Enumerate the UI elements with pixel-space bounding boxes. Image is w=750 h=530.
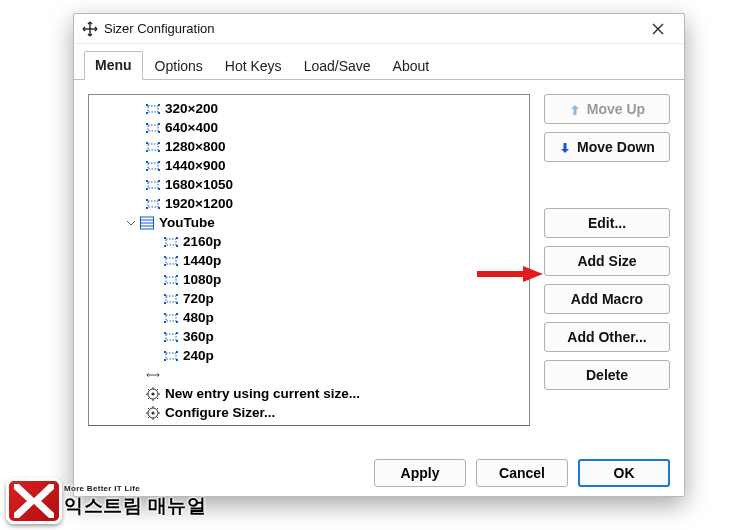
svg-rect-56 — [176, 313, 178, 315]
tree-item-label: 1440p — [183, 253, 221, 268]
delete-button[interactable]: Delete — [544, 360, 670, 390]
apply-button[interactable]: Apply — [374, 459, 466, 487]
tree-item[interactable]: 1440×900 — [89, 156, 529, 175]
button-label: Add Size — [577, 253, 636, 269]
svg-rect-46 — [176, 275, 178, 277]
svg-rect-67 — [164, 359, 166, 361]
edit-button[interactable]: Edit... — [544, 208, 670, 238]
size-icon — [145, 177, 161, 193]
separator-icon — [145, 367, 161, 383]
watermark: More Better IT Life 익스트림 매뉴얼 — [6, 478, 206, 524]
add-macro-button[interactable]: Add Macro — [544, 284, 670, 314]
svg-rect-29 — [158, 207, 160, 209]
tree-item-label: 320×200 — [165, 101, 218, 116]
svg-rect-55 — [164, 313, 166, 315]
svg-rect-16 — [146, 161, 148, 163]
svg-rect-15 — [148, 163, 158, 169]
button-label: Edit... — [588, 215, 626, 231]
svg-rect-18 — [146, 169, 148, 171]
svg-rect-24 — [158, 188, 160, 190]
tree-item[interactable]: 240p — [89, 346, 529, 365]
svg-rect-23 — [146, 188, 148, 190]
svg-rect-22 — [158, 180, 160, 182]
add-size-button[interactable]: Add Size — [544, 246, 670, 276]
gear-icon — [145, 386, 161, 402]
tab-hotkeys[interactable]: Hot Keys — [215, 53, 292, 80]
tree-item[interactable]: 360p — [89, 327, 529, 346]
svg-rect-1 — [146, 104, 148, 106]
button-label: Delete — [586, 367, 628, 383]
config-window: Sizer Configuration Menu Options Hot Key… — [73, 13, 685, 497]
tree-item-new-entry[interactable]: New entry using current size... — [89, 384, 529, 403]
tree-item[interactable]: 1920×1200 — [89, 194, 529, 213]
svg-rect-40 — [164, 256, 166, 258]
svg-point-71 — [151, 392, 154, 395]
tree-folder[interactable]: YouTube — [89, 213, 529, 232]
tree-item[interactable]: 720p — [89, 289, 529, 308]
tree-item-label: 1280×800 — [165, 139, 225, 154]
move-down-button[interactable]: Move Down — [544, 132, 670, 162]
tab-options[interactable]: Options — [145, 53, 213, 80]
cancel-button[interactable]: Cancel — [476, 459, 568, 487]
svg-rect-38 — [176, 245, 178, 247]
svg-rect-3 — [146, 112, 148, 114]
tree-item[interactable]: 1080p — [89, 270, 529, 289]
tab-menu[interactable]: Menu — [84, 51, 143, 80]
tree-item-label: New entry using current size... — [165, 386, 360, 401]
add-other-button[interactable]: Add Other... — [544, 322, 670, 352]
content-area: 320×200 640×400 1280×800 1440×900 1680×1… — [74, 80, 684, 450]
titlebar: Sizer Configuration — [74, 14, 684, 44]
svg-rect-4 — [158, 112, 160, 114]
tree-item[interactable]: 320×200 — [89, 99, 529, 118]
svg-rect-47 — [164, 283, 166, 285]
svg-rect-68 — [176, 359, 178, 361]
svg-rect-6 — [146, 123, 148, 125]
close-button[interactable] — [638, 15, 678, 43]
tree-item-label: 2160p — [183, 234, 221, 249]
svg-rect-7 — [158, 123, 160, 125]
svg-rect-11 — [146, 142, 148, 144]
size-icon — [145, 139, 161, 155]
tree-item[interactable]: 640×400 — [89, 118, 529, 137]
tab-loadsave[interactable]: Load/Save — [294, 53, 381, 80]
app-icon — [82, 21, 98, 37]
svg-rect-26 — [146, 199, 148, 201]
svg-rect-51 — [176, 294, 178, 296]
size-icon — [145, 101, 161, 117]
chevron-down-icon — [125, 217, 137, 229]
menu-tree[interactable]: 320×200 640×400 1280×800 1440×900 1680×1… — [88, 94, 530, 426]
svg-rect-63 — [176, 340, 178, 342]
svg-rect-49 — [166, 296, 176, 302]
tree-separator[interactable] — [89, 365, 529, 384]
tree-folder-label: YouTube — [159, 215, 215, 230]
tree-item-label: 1440×900 — [165, 158, 225, 173]
size-icon — [163, 291, 179, 307]
tree-item-configure[interactable]: Configure Sizer... — [89, 403, 529, 422]
tree-item-label: 1680×1050 — [165, 177, 233, 192]
size-icon — [145, 120, 161, 136]
svg-rect-17 — [158, 161, 160, 163]
tree-item[interactable]: 1440p — [89, 251, 529, 270]
svg-rect-61 — [176, 332, 178, 334]
tree-item[interactable]: 1680×1050 — [89, 175, 529, 194]
svg-rect-64 — [166, 353, 176, 359]
size-icon — [163, 310, 179, 326]
move-up-button[interactable]: Move Up — [544, 94, 670, 124]
tree-item-label: 1080p — [183, 272, 221, 287]
tab-about[interactable]: About — [383, 53, 440, 80]
tree-item[interactable]: 1280×800 — [89, 137, 529, 156]
svg-rect-27 — [158, 199, 160, 201]
svg-line-76 — [148, 389, 150, 391]
tabstrip: Menu Options Hot Keys Load/Save About — [74, 50, 684, 80]
tree-item-label: 640×400 — [165, 120, 218, 135]
ok-button[interactable]: OK — [578, 459, 670, 487]
tree-item[interactable]: 480p — [89, 308, 529, 327]
svg-rect-53 — [176, 302, 178, 304]
tree-item[interactable]: 2160p — [89, 232, 529, 251]
tree-item-label: 1920×1200 — [165, 196, 233, 211]
watermark-sub: More Better IT Life — [64, 484, 206, 493]
svg-rect-42 — [164, 264, 166, 266]
folder-icon — [139, 215, 155, 231]
svg-rect-13 — [146, 150, 148, 152]
svg-rect-5 — [148, 125, 158, 131]
